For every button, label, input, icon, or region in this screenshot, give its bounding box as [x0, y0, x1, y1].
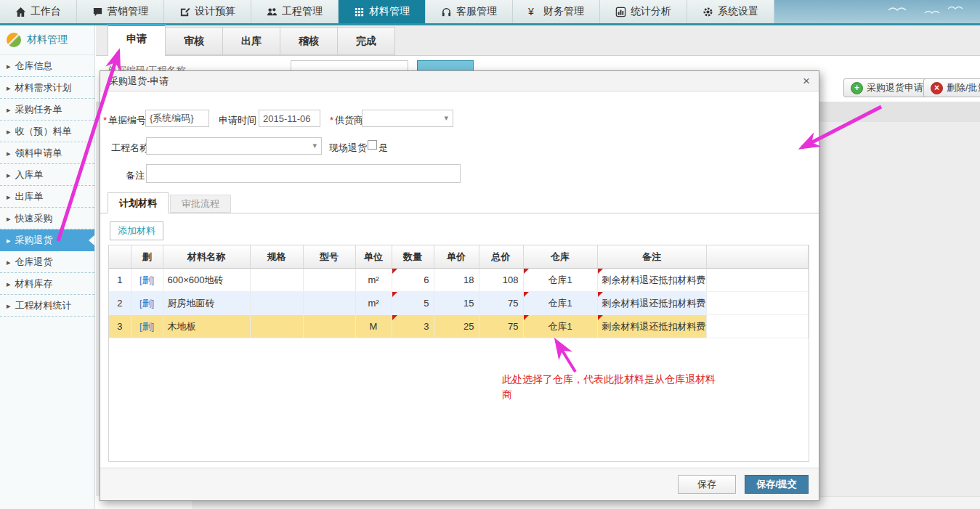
plus-circle-icon: + [851, 82, 863, 94]
apply-time-input[interactable] [259, 110, 320, 127]
material-table: 删材料名称规格型号单位数量单价总价仓库备注 1[删]600×600地砖m²618… [109, 245, 809, 338]
nav-item-users[interactable]: 工程管理 [251, 0, 339, 23]
doc-no-label: *单据编号 [103, 114, 146, 127]
cell-name: 木地板 [163, 315, 250, 338]
nav-item-chat[interactable]: 营销管理 [77, 0, 164, 23]
onsite-checkbox[interactable] [368, 140, 377, 150]
cell-remark: 剩余材料退还抵扣材料费 [597, 315, 706, 338]
dialog-tab[interactable]: 计划材料 [108, 192, 169, 213]
cell-filler [706, 269, 809, 292]
module-logo-icon [7, 33, 21, 47]
column-header [109, 245, 131, 269]
nav-item-yen[interactable]: ¥财务管理 [513, 0, 600, 23]
required-mark: * [103, 115, 107, 126]
cell-filler [706, 292, 809, 315]
birds-decoration [887, 4, 967, 17]
apply-time-label: 申请时间 [219, 114, 256, 127]
project-label: 工程名称 [111, 142, 149, 155]
column-header: 总价 [479, 245, 523, 269]
save-submit-button[interactable]: 保存/提交 [745, 475, 809, 494]
nav-item-grid[interactable]: 材料管理 [339, 0, 426, 23]
nav-item-label: 财务管理 [543, 5, 584, 18]
sidebar-item[interactable]: 领料申请单 [0, 142, 94, 164]
sidebar-item[interactable]: 收（预）料单 [0, 121, 94, 142]
sidebar-item[interactable]: 仓库退货 [0, 251, 94, 273]
sidebar-item[interactable]: 工程材料统计 [0, 295, 94, 317]
new-return-request-label: 采购退货申请 [867, 81, 923, 94]
delete-row-link[interactable]: [删] [139, 321, 154, 332]
nav-item-label: 工作台 [31, 5, 61, 18]
cell-del: [删] [131, 315, 163, 338]
sidebar-item[interactable]: 仓库信息 [0, 55, 94, 77]
cell-remark: 剩余材料退还抵扣材料费 [597, 292, 706, 315]
sidebar: 材料管理 仓库信息材料需求计划采购任务单收（预）料单领料申请单入库单出库单快速采… [0, 25, 95, 509]
cell-unit: m² [355, 292, 392, 315]
supplier-select[interactable] [362, 110, 453, 127]
sidebar-header: 材料管理 [0, 25, 94, 55]
cell-model [303, 269, 355, 292]
nav-item-label: 材料管理 [369, 5, 410, 18]
cell-name: 600×600地砖 [163, 269, 250, 292]
main-tab[interactable]: 完成 [338, 27, 395, 55]
column-header: 删 [131, 245, 163, 269]
remark-label: 备注 [126, 169, 145, 182]
dialog-tab[interactable]: 审批流程 [170, 195, 231, 213]
dialog-footer: 保存 保存/提交 [100, 468, 819, 500]
delete-row-link[interactable]: [删] [139, 298, 154, 309]
main-tab[interactable]: 审核 [166, 27, 223, 55]
cell-del: [删] [131, 292, 163, 315]
cell-qty: 6 [392, 269, 434, 292]
remark-input[interactable] [146, 164, 461, 183]
table-row: 1[删]600×600地砖m²618108仓库1剩余材料退还抵扣材料费 [109, 269, 809, 292]
column-header-filler [706, 245, 809, 269]
delete-batch-button[interactable]: × 删除/批量 [923, 78, 980, 97]
new-return-request-button[interactable]: + 采购退货申请 [843, 78, 931, 97]
cell-qty: 3 [392, 315, 434, 338]
sidebar-item[interactable]: 材料需求计划 [0, 77, 94, 99]
users-icon [267, 7, 278, 17]
status-tabs: 申请审核出库稽核完成 [96, 25, 980, 56]
table-row: 3[删]木地板M32575仓库1剩余材料退还抵扣材料费 [109, 315, 809, 338]
save-button[interactable]: 保存 [678, 475, 736, 494]
nav-item-label: 设计预算 [195, 5, 235, 18]
cell-remark: 剩余材料退还抵扣材料费 [597, 269, 706, 292]
main-tab[interactable]: 出库 [223, 27, 280, 55]
cell-price: 18 [434, 269, 479, 292]
nav-item-headset[interactable]: 客服管理 [426, 0, 513, 23]
chat-icon [92, 7, 103, 17]
sidebar-item[interactable]: 采购退货 [0, 229, 94, 251]
cell-price: 15 [434, 292, 479, 315]
nav-item-label: 统计分析 [631, 5, 671, 18]
sidebar-item[interactable]: 快速采购 [0, 208, 94, 229]
sidebar-item[interactable]: 入库单 [0, 164, 94, 186]
cell-no: 1 [109, 269, 131, 292]
column-header: 数量 [392, 245, 434, 269]
cell-warehouse: 仓库1 [523, 269, 597, 292]
x-circle-icon: × [931, 82, 943, 94]
main-tab[interactable]: 申请 [108, 24, 166, 56]
table-row: 2[删]厨房地面砖m²51575仓库1剩余材料退还抵扣材料费 [109, 292, 809, 315]
main-tab[interactable]: 稽核 [280, 27, 338, 55]
sidebar-item[interactable]: 出库单 [0, 186, 94, 208]
column-header: 单位 [355, 245, 392, 269]
nav-item-chart[interactable]: 统计分析 [600, 0, 687, 23]
doc-no-input[interactable] [145, 110, 209, 127]
cell-no: 2 [109, 292, 131, 315]
delete-batch-label: 删除/批量 [947, 81, 980, 94]
project-select[interactable] [146, 137, 322, 155]
delete-row-link[interactable]: [删] [139, 274, 154, 285]
cell-filler [706, 315, 809, 338]
nav-item-edit[interactable]: 设计预算 [164, 0, 251, 23]
add-material-button[interactable]: 添加材料 [110, 221, 163, 240]
nav-item-gear[interactable]: 系统设置 [687, 0, 774, 23]
onsite-label: 现场退货 [329, 142, 367, 155]
nav-item-home[interactable]: 工作台 [0, 0, 77, 23]
cell-no: 3 [109, 315, 131, 338]
cell-total: 75 [479, 292, 523, 315]
cell-price: 25 [434, 315, 479, 338]
sidebar-item[interactable]: 材料库存 [0, 273, 94, 295]
cell-unit: m² [355, 269, 392, 292]
sidebar-item[interactable]: 采购任务单 [0, 99, 94, 121]
close-icon[interactable]: × [803, 75, 810, 87]
cell-model [303, 292, 355, 315]
